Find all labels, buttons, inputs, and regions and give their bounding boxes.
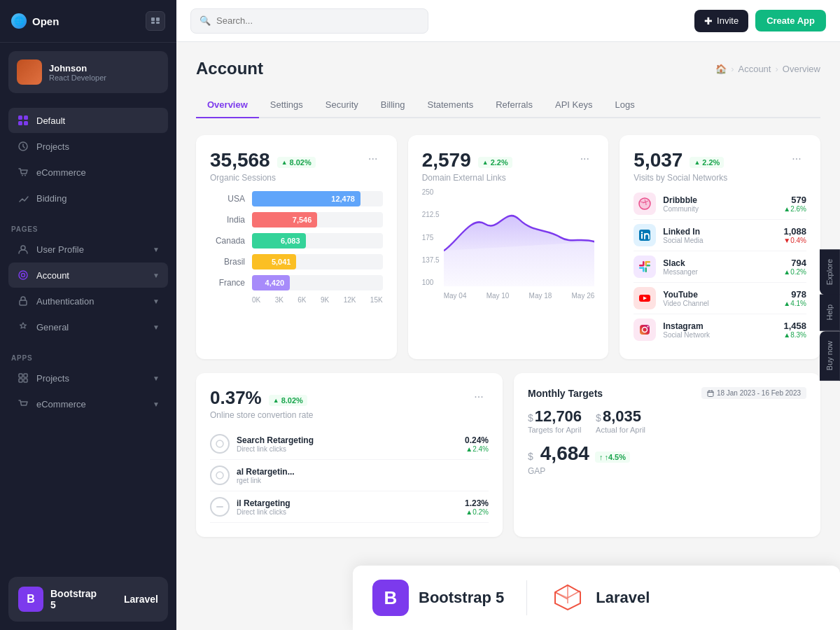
svg-rect-18 [24, 379, 27, 382]
laravel-brand: Laravel [550, 580, 650, 616]
svg-point-23 [641, 232, 643, 233]
line-chart: 250 212.5 175 137.5 100 [422, 188, 595, 300]
stat-label-social: Visits by Social Networks [634, 173, 727, 183]
more-button-conversion[interactable]: ··· [469, 387, 489, 407]
sidebar-item-account[interactable]: Account ▼ [8, 262, 168, 288]
instagram-logo [634, 318, 656, 341]
stat-badge-links: ▲2.2% [478, 157, 512, 168]
help-tab[interactable]: Help [820, 295, 840, 331]
user-info: Johnson React Developer [49, 63, 160, 82]
tab-statements[interactable]: Statements [416, 92, 484, 118]
more-button-sessions[interactable]: ··· [363, 149, 383, 169]
projects-app-icon [17, 372, 29, 384]
tab-overview[interactable]: Overview [196, 92, 259, 118]
tab-logs[interactable]: Logs [603, 92, 645, 118]
side-tabs: Explore Help Buy now [820, 249, 840, 381]
sidebar-item-projects[interactable]: Projects [8, 134, 168, 159]
svg-rect-31 [645, 261, 650, 263]
sidebar-item-bidding[interactable]: Bidding [8, 186, 168, 211]
stat-value-social: 5,037 [634, 149, 682, 172]
chevron-down-icon-ec: ▼ [153, 400, 160, 408]
dribbble-logo [634, 192, 656, 215]
social-item-youtube: YouTube Video Channel 978 ▲4.1% [634, 283, 806, 314]
svg-rect-22 [641, 234, 643, 239]
svg-rect-0 [151, 18, 155, 21]
bar-chart: USA 12,478 India 7,546 Canada [210, 191, 383, 304]
svg-rect-16 [24, 374, 27, 377]
stat-card-social: 5,037 ▲2.2% Visits by Social Networks ··… [620, 135, 820, 359]
breadcrumb-overview[interactable]: Overview [783, 64, 820, 74]
gap-badge: ↑↑4.5% [595, 451, 630, 463]
more-button-social[interactable]: ··· [787, 149, 806, 169]
svg-point-37 [216, 472, 223, 479]
svg-rect-4 [18, 115, 22, 120]
bar-fill-usa: 12,478 [252, 191, 360, 206]
sidebar-item-ecommerce[interactable]: eCommerce [8, 160, 168, 185]
svg-rect-14 [20, 300, 27, 305]
retarget-item-al: al Retargetin... rget link [210, 460, 489, 491]
breadcrumb-account[interactable]: Account [738, 64, 771, 74]
account-icon [17, 269, 29, 281]
search-input[interactable] [216, 15, 419, 26]
svg-rect-2 [151, 22, 155, 24]
svg-rect-6 [18, 121, 22, 125]
stats-grid: 35,568 ▲8.02% Organic Sessions ··· USA 1 [196, 135, 820, 359]
auth-icon [17, 295, 29, 307]
sidebar: 🌐 Open Johnson React Developer [0, 0, 176, 630]
sidebar-item-user-profile[interactable]: User Profile ▼ [8, 237, 168, 262]
apps-section: APPS Projects ▼ eCommerce ▼ [0, 343, 176, 420]
retarget-item-search: Search Retargeting Direct link clicks 0.… [210, 428, 489, 460]
svg-rect-25 [639, 265, 644, 267]
youtube-info: YouTube Video Channel [663, 290, 776, 307]
page-content: Account 🏠 › Account › Overview Overview … [176, 42, 840, 630]
search-box[interactable]: 🔍 [190, 8, 428, 34]
tab-api-keys[interactable]: API Keys [544, 92, 603, 118]
social-item-linkedin: Linked In Social Media 1,088 ▼0.4% [634, 220, 806, 251]
sidebar-item-default[interactable]: Default [8, 108, 168, 133]
tab-security[interactable]: Security [314, 92, 370, 118]
bidding-icon [17, 192, 29, 204]
svg-rect-39 [708, 391, 713, 396]
home-icon: 🏠 [715, 64, 727, 74]
gap-value: 4,684 [540, 442, 589, 465]
create-app-button[interactable]: Create App [755, 10, 826, 31]
actual-value: 8,035 [603, 407, 641, 426]
projects-icon [17, 140, 29, 153]
app-name: Open [32, 15, 59, 27]
laravel-icon [116, 589, 117, 609]
avatar [17, 59, 42, 85]
sidebar-item-authentication[interactable]: Authentication ▼ [8, 288, 168, 314]
retarget-item-il: il Retargeting Direct link clicks 1.23% … [210, 491, 489, 523]
user-profile-icon [17, 243, 29, 255]
user-name: Johnson [49, 63, 160, 74]
ecommerce-app-icon [17, 398, 29, 410]
youtube-logo [634, 287, 656, 309]
targets-amount: $ 12,706 Targets for April [528, 407, 582, 434]
gap-section: $ 4,684 ↑↑4.5% [528, 442, 806, 465]
tab-billing[interactable]: Billing [370, 92, 416, 118]
app-logo: 🌐 Open [11, 13, 59, 29]
page-title: Account [196, 59, 263, 78]
topbar-right: ✚ Invite Create App [694, 10, 826, 32]
targets-value: 12,706 [535, 407, 582, 426]
line-chart-svg [444, 188, 595, 286]
plus-icon: ✚ [704, 15, 713, 27]
sidebar-toggle[interactable] [146, 11, 165, 31]
actual-amount: $ 8,035 Actual for April [596, 407, 645, 434]
sidebar-item-general[interactable]: General ▼ [8, 314, 168, 340]
buy-now-tab[interactable]: Buy now [820, 331, 840, 381]
more-button-links[interactable]: ··· [575, 149, 594, 169]
explore-tab[interactable]: Explore [820, 249, 840, 295]
sidebar-item-projects-app[interactable]: Projects ▼ [8, 365, 168, 391]
main-wrapper: 🔍 ✚ Invite Create App Account 🏠 › Accoun… [176, 0, 840, 630]
sidebar-header: 🌐 Open [0, 0, 176, 43]
tab-referrals[interactable]: Referrals [484, 92, 544, 118]
invite-button[interactable]: ✚ Invite [694, 10, 748, 32]
sidebar-item-ecommerce-app[interactable]: eCommerce ▼ [8, 391, 168, 416]
user-card: Johnson React Developer [8, 51, 168, 93]
stat-label-sessions: Organic Sessions [210, 173, 316, 183]
svg-point-12 [19, 271, 27, 279]
tab-settings[interactable]: Settings [259, 92, 314, 118]
bar-row-brasil: Brasil 5,041 [210, 254, 383, 270]
gap-label: GAP [528, 466, 806, 476]
